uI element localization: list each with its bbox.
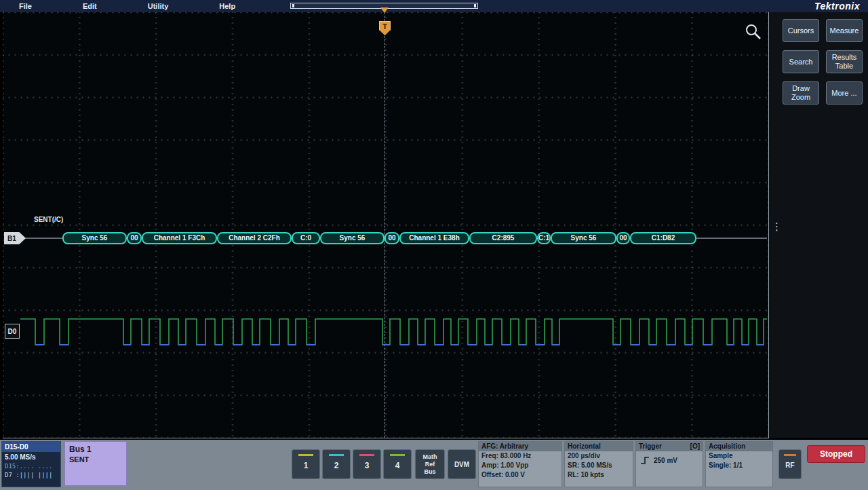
bus1-badge[interactable]: Bus 1 SENT	[64, 441, 127, 486]
side-button-draw-zoom[interactable]: Draw Zoom	[783, 81, 819, 105]
math-ref-bus-button[interactable]: MathRefBus	[415, 449, 445, 479]
side-menu-panel: CursorsMeasureSearchResults TableDraw Zo…	[769, 12, 868, 438]
side-button-measure[interactable]: Measure	[826, 19, 863, 42]
rf-button[interactable]: RF	[778, 449, 802, 479]
zoom-magnifier-icon[interactable]	[743, 22, 764, 42]
side-button-search[interactable]: Search	[783, 50, 819, 73]
channel-label: 1	[292, 461, 319, 470]
rf-label: RF	[779, 461, 801, 469]
channel-color-bar	[390, 454, 405, 456]
trigger-source-icon: [O]	[690, 442, 700, 451]
channel-color-bar	[298, 454, 313, 456]
drag-handle-icon[interactable]: ⋮	[772, 224, 782, 229]
acquisition-panel-title: Acquisition	[706, 442, 772, 451]
bus-packet: 00	[616, 232, 630, 244]
trigger-panel-body: 250 mV	[636, 451, 703, 469]
channel-color-bar	[329, 454, 344, 456]
channel-label: 4	[384, 461, 411, 470]
acquisition-rows: SampleSingle: 1/1	[706, 451, 772, 470]
digital-badge-title: D15-D0	[2, 442, 60, 452]
acquisition-panel[interactable]: Acquisition SampleSingle: 1/1	[705, 441, 773, 487]
trigger-panel-header: Trigger [O]	[636, 442, 703, 451]
afg-rows: Freq: 83.000 HzAmp: 1.00 VppOffset: 0.00…	[479, 451, 561, 480]
side-button-cursors[interactable]: Cursors	[783, 19, 819, 42]
trigger-level-value: 250 mV	[654, 457, 677, 464]
waveform-display: SENT(/C) B1 Sync 5600Channel 1 F3ChChann…	[3, 12, 769, 438]
side-buttons: CursorsMeasureSearchResults TableDraw Zo…	[783, 19, 864, 105]
menu-item-help[interactable]: Help	[219, 2, 235, 10]
afg-panel-title: AFG: Arbitrary	[479, 442, 561, 451]
trigger-position-icon[interactable]	[380, 7, 389, 13]
bus-packet: Sync 56	[551, 232, 616, 244]
channel-color-bar	[359, 454, 374, 456]
digital-badge-d7-states: D7 :|||| ||||	[2, 471, 60, 480]
bus-packet: Channel 1 E38h	[399, 232, 469, 244]
trigger-slope-icon	[640, 455, 650, 465]
horizontal-panel[interactable]: Horizontal 200 µs/divSR: 5.00 MS/sRL: 10…	[564, 441, 633, 487]
trigger-panel[interactable]: Trigger [O] 250 mV	[635, 441, 703, 487]
channel-4-button[interactable]: 4	[383, 449, 412, 479]
bus-packet: Channel 1 F3Ch	[142, 232, 217, 244]
menu-bar: FileEditUtilityHelp Tektronix	[0, 0, 868, 12]
bus-packet: C:0	[292, 232, 320, 244]
channel-3-button[interactable]: 3	[353, 449, 381, 479]
side-button-more[interactable]: More ...	[826, 81, 863, 105]
bus-packet: 00	[127, 232, 142, 244]
tektronix-logo: Tektronix	[814, 1, 860, 12]
menu-bar-items: FileEditUtilityHelp	[0, 2, 235, 10]
ruler-left-tick-icon	[292, 4, 294, 7]
menu-item-edit[interactable]: Edit	[83, 2, 97, 10]
trigger-panel-title: Trigger	[639, 442, 662, 451]
horizontal-panel-title: Horizontal	[565, 442, 633, 451]
stopped-status-button[interactable]: Stopped	[807, 445, 865, 463]
bus-packet: C2:895	[469, 232, 537, 244]
horizontal-row: 200 µs/div	[565, 451, 633, 461]
digital-badge-samplerate: 5.00 MS/s	[2, 452, 60, 462]
bus-packet: Channel 2 C2Fh	[217, 232, 292, 244]
horizontal-row: SR: 5.00 MS/s	[565, 461, 633, 470]
acquisition-row: Sample	[706, 451, 772, 461]
channel-label: 2	[323, 461, 350, 470]
bus1-title: Bus 1	[69, 444, 122, 455]
waveform-svg	[3, 12, 768, 438]
digital-channels-badge[interactable]: D15-D0 5.00 MS/s D15:.... .... D7 :|||| …	[1, 441, 61, 487]
math-ref-bus-label: Math	[423, 453, 437, 461]
dvm-button[interactable]: DVM	[448, 449, 476, 479]
horizontal-row: RL: 10 kpts	[565, 470, 633, 480]
afg-panel[interactable]: AFG: Arbitrary Freq: 83.000 HzAmp: 1.00 …	[478, 441, 562, 487]
bus-packet: C1:D82	[630, 232, 696, 244]
acquisition-row: Single: 1/1	[706, 461, 772, 470]
bus-packet: C:1	[537, 232, 551, 244]
digital-waveform-high	[20, 319, 767, 345]
digital-channel-badge[interactable]: D0	[5, 324, 20, 339]
menu-item-file[interactable]: File	[19, 2, 32, 10]
bus-packet: Sync 56	[320, 232, 384, 244]
math-ref-bus-label: Bus	[424, 468, 435, 476]
bus1-type: SENT	[69, 455, 122, 464]
horizontal-rows: 200 µs/divSR: 5.00 MS/sRL: 10 kpts	[565, 451, 633, 480]
digital-badge-d15-states: D15:.... ....	[2, 462, 60, 471]
afg-row: Offset: 0.00 V	[479, 470, 561, 480]
afg-row: Amp: 1.00 Vpp	[479, 461, 561, 470]
afg-row: Freq: 83.000 Hz	[479, 451, 561, 461]
ruler-right-tick-icon	[474, 4, 476, 7]
bottom-status-bar: D15-D0 5.00 MS/s D15:.... .... D7 :|||| …	[0, 440, 868, 490]
channel-label: 3	[353, 461, 380, 470]
bus-packet: Sync 56	[62, 232, 127, 244]
menu-item-utility[interactable]: Utility	[148, 2, 169, 10]
side-button-results-table[interactable]: Results Table	[826, 50, 863, 73]
math-ref-bus-label: Ref	[425, 461, 435, 468]
bus-name-label: SENT(/C)	[34, 216, 63, 223]
channel-2-button[interactable]: 2	[322, 449, 351, 479]
bus-packet: 00	[384, 232, 399, 244]
rf-color-bar	[784, 454, 796, 456]
channel-1-button[interactable]: 1	[292, 449, 320, 479]
